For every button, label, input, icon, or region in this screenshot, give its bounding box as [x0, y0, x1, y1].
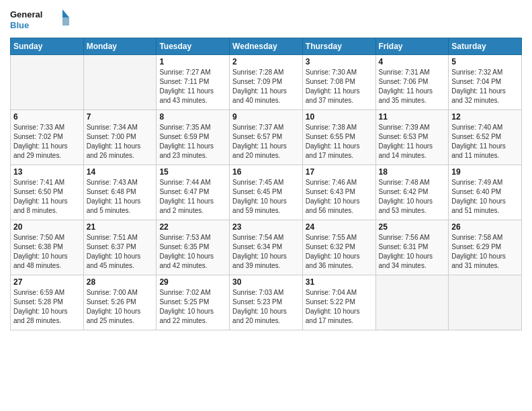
- day-number: 4: [379, 57, 446, 66]
- calendar-week-4: 20Sunrise: 7:50 AMSunset: 6:38 PMDayligh…: [11, 220, 522, 275]
- day-info: Sunrise: 7:58 AMSunset: 6:29 PMDaylight:…: [451, 233, 519, 271]
- day-number: 28: [87, 277, 154, 287]
- day-number: 27: [13, 277, 81, 287]
- calendar-cell: 7Sunrise: 7:34 AMSunset: 7:00 PMDaylight…: [83, 110, 157, 165]
- day-info: Sunrise: 7:35 AMSunset: 6:59 PMDaylight:…: [159, 123, 226, 161]
- calendar-cell: 9Sunrise: 7:37 AMSunset: 6:57 PMDaylight…: [230, 110, 303, 165]
- day-info: Sunrise: 7:32 AMSunset: 7:04 PMDaylight:…: [451, 68, 519, 105]
- svg-marker-2: [62, 9, 69, 17]
- calendar-cell: 22Sunrise: 7:53 AMSunset: 6:35 PMDayligh…: [157, 220, 230, 275]
- calendar-cell: [375, 275, 449, 330]
- calendar-cell: 19Sunrise: 7:49 AMSunset: 6:40 PMDayligh…: [449, 165, 522, 220]
- day-info: Sunrise: 7:27 AMSunset: 7:11 PMDaylight:…: [159, 68, 226, 105]
- svg-marker-3: [62, 17, 69, 26]
- calendar-cell: 14Sunrise: 7:43 AMSunset: 6:48 PMDayligh…: [83, 165, 157, 220]
- day-info: Sunrise: 7:41 AMSunset: 6:50 PMDaylight:…: [13, 178, 81, 216]
- day-info: Sunrise: 7:46 AMSunset: 6:43 PMDaylight:…: [306, 178, 373, 216]
- weekday-header-friday: Friday: [375, 38, 449, 55]
- day-info: Sunrise: 7:54 AMSunset: 6:34 PMDaylight:…: [232, 233, 300, 271]
- day-number: 8: [159, 112, 226, 122]
- calendar-cell: [83, 55, 157, 110]
- weekday-header-monday: Monday: [83, 38, 157, 55]
- page-header: General Blue: [10, 7, 522, 32]
- calendar-cell: 26Sunrise: 7:58 AMSunset: 6:29 PMDayligh…: [449, 220, 522, 275]
- day-number: 26: [451, 222, 519, 232]
- calendar-cell: 1Sunrise: 7:27 AMSunset: 7:11 PMDaylight…: [157, 55, 230, 110]
- svg-text:Blue: Blue: [10, 20, 29, 30]
- day-number: 3: [306, 57, 373, 66]
- day-info: Sunrise: 7:34 AMSunset: 7:00 PMDaylight:…: [87, 123, 154, 161]
- day-info: Sunrise: 7:02 AMSunset: 5:25 PMDaylight:…: [159, 288, 226, 326]
- day-number: 9: [232, 112, 300, 122]
- day-number: 16: [232, 167, 300, 177]
- calendar-cell: [11, 55, 84, 110]
- day-number: 21: [87, 222, 154, 232]
- calendar-cell: 17Sunrise: 7:46 AMSunset: 6:43 PMDayligh…: [302, 165, 375, 220]
- day-info: Sunrise: 7:37 AMSunset: 6:57 PMDaylight:…: [232, 123, 300, 161]
- day-info: Sunrise: 7:39 AMSunset: 6:53 PMDaylight:…: [379, 123, 446, 161]
- calendar-cell: 24Sunrise: 7:55 AMSunset: 6:32 PMDayligh…: [302, 220, 375, 275]
- day-info: Sunrise: 6:59 AMSunset: 5:28 PMDaylight:…: [13, 288, 81, 326]
- day-info: Sunrise: 7:50 AMSunset: 6:38 PMDaylight:…: [13, 233, 81, 271]
- day-info: Sunrise: 7:53 AMSunset: 6:35 PMDaylight:…: [159, 233, 226, 271]
- day-info: Sunrise: 7:44 AMSunset: 6:47 PMDaylight:…: [159, 178, 226, 216]
- day-info: Sunrise: 7:45 AMSunset: 6:45 PMDaylight:…: [232, 178, 300, 216]
- logo-svg: General Blue: [10, 7, 71, 32]
- day-number: 20: [13, 222, 81, 232]
- calendar-cell: 21Sunrise: 7:51 AMSunset: 6:37 PMDayligh…: [83, 220, 157, 275]
- day-number: 6: [13, 112, 81, 122]
- day-number: 1: [159, 57, 226, 66]
- day-number: 17: [306, 167, 373, 177]
- day-info: Sunrise: 7:33 AMSunset: 7:02 PMDaylight:…: [13, 123, 81, 161]
- day-info: Sunrise: 7:00 AMSunset: 5:26 PMDaylight:…: [87, 288, 154, 326]
- weekday-header-row: SundayMondayTuesdayWednesdayThursdayFrid…: [11, 38, 522, 55]
- calendar-week-5: 27Sunrise: 6:59 AMSunset: 5:28 PMDayligh…: [11, 275, 522, 330]
- weekday-header-sunday: Sunday: [11, 38, 84, 55]
- calendar-cell: 18Sunrise: 7:48 AMSunset: 6:42 PMDayligh…: [375, 165, 449, 220]
- day-number: 14: [87, 167, 154, 177]
- calendar-cell: 27Sunrise: 6:59 AMSunset: 5:28 PMDayligh…: [11, 275, 84, 330]
- calendar-cell: 10Sunrise: 7:38 AMSunset: 6:55 PMDayligh…: [302, 110, 375, 165]
- day-info: Sunrise: 7:38 AMSunset: 6:55 PMDaylight:…: [306, 123, 373, 161]
- day-number: 19: [451, 167, 519, 177]
- day-number: 18: [379, 167, 446, 177]
- calendar-cell: 2Sunrise: 7:28 AMSunset: 7:09 PMDaylight…: [230, 55, 303, 110]
- calendar-cell: 28Sunrise: 7:00 AMSunset: 5:26 PMDayligh…: [83, 275, 157, 330]
- calendar-cell: [449, 275, 522, 330]
- calendar-table: SundayMondayTuesdayWednesdayThursdayFrid…: [10, 38, 522, 330]
- day-number: 25: [379, 222, 446, 232]
- calendar-week-2: 6Sunrise: 7:33 AMSunset: 7:02 PMDaylight…: [11, 110, 522, 165]
- svg-text:General: General: [10, 9, 42, 19]
- day-number: 31: [306, 277, 373, 287]
- day-number: 13: [13, 167, 81, 177]
- day-number: 10: [306, 112, 373, 122]
- weekday-header-thursday: Thursday: [302, 38, 375, 55]
- day-info: Sunrise: 7:51 AMSunset: 6:37 PMDaylight:…: [87, 233, 154, 271]
- calendar-cell: 30Sunrise: 7:03 AMSunset: 5:23 PMDayligh…: [230, 275, 303, 330]
- calendar-cell: 15Sunrise: 7:44 AMSunset: 6:47 PMDayligh…: [157, 165, 230, 220]
- day-info: Sunrise: 7:40 AMSunset: 6:52 PMDaylight:…: [451, 123, 519, 161]
- calendar-cell: 12Sunrise: 7:40 AMSunset: 6:52 PMDayligh…: [449, 110, 522, 165]
- day-info: Sunrise: 7:03 AMSunset: 5:23 PMDaylight:…: [232, 288, 300, 326]
- calendar-cell: 20Sunrise: 7:50 AMSunset: 6:38 PMDayligh…: [11, 220, 84, 275]
- day-number: 24: [306, 222, 373, 232]
- weekday-header-wednesday: Wednesday: [230, 38, 303, 55]
- calendar-cell: 3Sunrise: 7:30 AMSunset: 7:08 PMDaylight…: [302, 55, 375, 110]
- day-number: 30: [232, 277, 300, 287]
- day-number: 29: [159, 277, 226, 287]
- day-info: Sunrise: 7:55 AMSunset: 6:32 PMDaylight:…: [306, 233, 373, 271]
- day-number: 22: [159, 222, 226, 232]
- calendar-cell: 29Sunrise: 7:02 AMSunset: 5:25 PMDayligh…: [157, 275, 230, 330]
- day-number: 11: [379, 112, 446, 122]
- day-info: Sunrise: 7:43 AMSunset: 6:48 PMDaylight:…: [87, 178, 154, 216]
- day-info: Sunrise: 7:49 AMSunset: 6:40 PMDaylight:…: [451, 178, 519, 216]
- calendar-week-3: 13Sunrise: 7:41 AMSunset: 6:50 PMDayligh…: [11, 165, 522, 220]
- day-number: 2: [232, 57, 300, 66]
- day-info: Sunrise: 7:31 AMSunset: 7:06 PMDaylight:…: [379, 68, 446, 105]
- day-number: 23: [232, 222, 300, 232]
- calendar-cell: 8Sunrise: 7:35 AMSunset: 6:59 PMDaylight…: [157, 110, 230, 165]
- day-number: 15: [159, 167, 226, 177]
- calendar-cell: 13Sunrise: 7:41 AMSunset: 6:50 PMDayligh…: [11, 165, 84, 220]
- calendar-week-1: 1Sunrise: 7:27 AMSunset: 7:11 PMDaylight…: [11, 55, 522, 110]
- weekday-header-tuesday: Tuesday: [157, 38, 230, 55]
